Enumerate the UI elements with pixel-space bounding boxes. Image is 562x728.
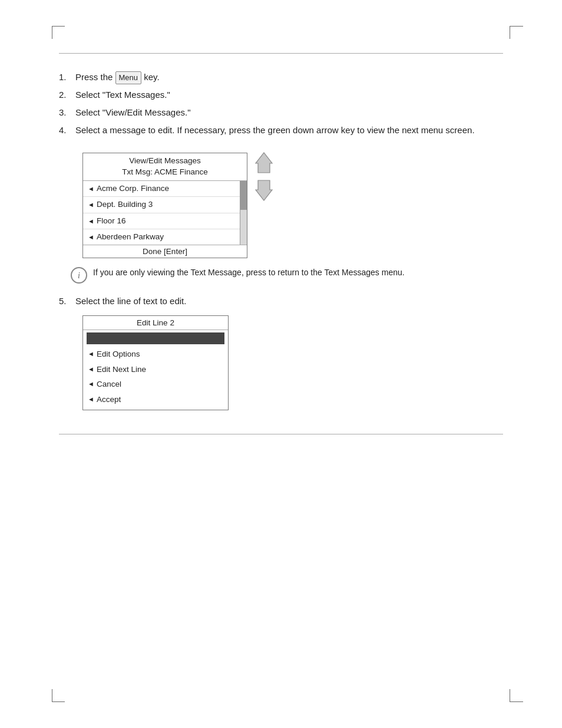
screen2-row-3: ◄ Accept bbox=[83, 392, 228, 407]
info-block: i If you are only viewing the Text Messa… bbox=[71, 266, 503, 284]
page-container: 1. Press the Menu key. 2. Select "Text M… bbox=[0, 0, 562, 728]
screen2-area: Edit Line 2 ◄ Edit Options ◄ Edit Next L… bbox=[71, 315, 503, 410]
screen1-header-line1: View/Edit Messages bbox=[87, 156, 243, 167]
down-arrow-icon bbox=[254, 179, 273, 203]
screen2: Edit Line 2 ◄ Edit Options ◄ Edit Next L… bbox=[82, 315, 229, 410]
screen1-header: View/Edit Messages Txt Msg: ACME Finance bbox=[83, 153, 247, 181]
screen1-row-0-text: Acme Corp. Finance bbox=[97, 183, 169, 195]
corner-mark-tr-h bbox=[510, 26, 523, 27]
screen1: View/Edit Messages Txt Msg: ACME Finance… bbox=[82, 153, 247, 258]
screen1-header-line2: Txt Msg: ACME Finance bbox=[87, 167, 243, 178]
step-5-text: Select the line of text to edit. bbox=[75, 294, 186, 308]
step-1-text: Press the Menu key. bbox=[75, 70, 160, 84]
tri-icon-0: ◄ bbox=[88, 184, 94, 194]
step-1: 1. Press the Menu key. bbox=[59, 70, 503, 84]
corner-mark-tr-v bbox=[510, 26, 510, 39]
step-3: 3. Select "View/Edit Messages." bbox=[59, 106, 503, 120]
screen1-row-2-text: Floor 16 bbox=[97, 215, 126, 227]
tri-s2-1: ◄ bbox=[88, 364, 94, 375]
screen1-row-0: ◄ Acme Corp. Finance bbox=[83, 181, 240, 197]
top-rule bbox=[59, 53, 503, 54]
step-4-text: Select a message to edit. If necessary, … bbox=[75, 123, 475, 137]
step-2-num: 2. bbox=[59, 88, 75, 102]
screen2-row-2-text: Cancel bbox=[97, 378, 121, 391]
screen2-row-0-text: Edit Options bbox=[97, 348, 140, 361]
screen2-row-0: ◄ Edit Options bbox=[83, 347, 228, 362]
step-5-num: 5. bbox=[59, 294, 75, 308]
screen1-row-3-text: Aberdeen Parkway bbox=[97, 231, 164, 243]
info-icon: i bbox=[71, 267, 87, 284]
scrollbar-thumb bbox=[240, 181, 247, 210]
step-1-num: 1. bbox=[59, 70, 75, 84]
step-2: 2. Select "Text Messages." bbox=[59, 88, 503, 102]
screen2-row-1: ◄ Edit Next Line bbox=[83, 362, 228, 377]
corner-mark-bl-v bbox=[52, 689, 52, 702]
tri-s2-2: ◄ bbox=[88, 379, 94, 390]
screen1-row-1-text: Dept. Building 3 bbox=[97, 199, 153, 210]
step-3-num: 3. bbox=[59, 106, 75, 120]
screen2-header: Edit Line 2 bbox=[83, 316, 228, 330]
screen1-rows-area: ◄ Acme Corp. Finance ◄ Dept. Building 3 … bbox=[83, 181, 247, 245]
up-arrow-button[interactable] bbox=[254, 150, 273, 176]
step-3-text: Select "View/Edit Messages." bbox=[75, 106, 190, 120]
down-arrow-button[interactable] bbox=[254, 179, 273, 205]
step-4: 4. Select a message to edit. If necessar… bbox=[59, 123, 503, 137]
step-4-num: 4. bbox=[59, 123, 75, 137]
up-arrow-icon bbox=[254, 150, 273, 174]
screen2-row-2: ◄ Cancel bbox=[83, 377, 228, 392]
nav-arrows bbox=[254, 150, 273, 205]
screen1-row-3: ◄ Aberdeen Parkway bbox=[83, 229, 240, 245]
screen1-row-2: ◄ Floor 16 bbox=[83, 213, 240, 229]
screen1-area: View/Edit Messages Txt Msg: ACME Finance… bbox=[71, 144, 503, 258]
bottom-rule bbox=[59, 434, 503, 434]
screen2-row-3-text: Accept bbox=[97, 393, 121, 406]
corner-mark-br-h bbox=[510, 701, 523, 702]
menu-key: Menu bbox=[115, 71, 142, 85]
screen1-row-1: ◄ Dept. Building 3 bbox=[83, 197, 240, 213]
tri-icon-2: ◄ bbox=[88, 216, 94, 226]
corner-mark-br-v bbox=[510, 689, 510, 702]
step-5: 5. Select the line of text to edit. bbox=[59, 294, 503, 308]
corner-mark-bl-h bbox=[52, 701, 65, 702]
tri-s2-0: ◄ bbox=[88, 349, 94, 360]
info-text: If you are only viewing the Text Message… bbox=[93, 266, 405, 279]
corner-mark-tl-h bbox=[52, 26, 65, 27]
edit-line-input[interactable] bbox=[87, 332, 224, 344]
tri-icon-3: ◄ bbox=[88, 232, 94, 242]
screen2-row-1-text: Edit Next Line bbox=[97, 363, 146, 376]
scrollbar bbox=[240, 181, 247, 245]
tri-icon-1: ◄ bbox=[88, 200, 94, 210]
step-2-text: Select "Text Messages." bbox=[75, 88, 170, 102]
screen1-footer: Done [Enter] bbox=[83, 245, 247, 258]
corner-mark-tl-v bbox=[52, 26, 52, 39]
tri-s2-3: ◄ bbox=[88, 394, 94, 405]
screen1-rows: ◄ Acme Corp. Finance ◄ Dept. Building 3 … bbox=[83, 181, 240, 245]
